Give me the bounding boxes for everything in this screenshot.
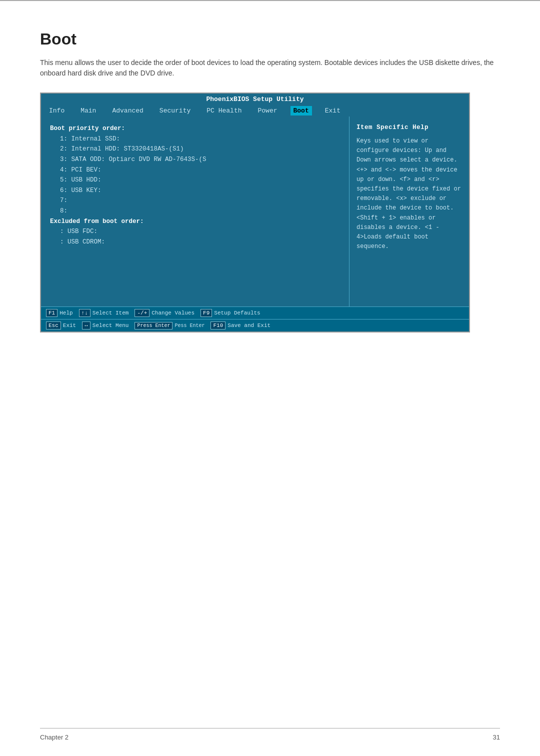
bios-navbar: Info Main Advanced Security PC Health Po… — [41, 105, 469, 116]
bios-footer: F1 Help ↑↓ Select Item -/+ Change Values… — [41, 306, 469, 319]
bios-main: Boot priority order: 1: Internal SSD: 2:… — [41, 116, 469, 306]
bios-container: PhoenixBIOS Setup Utility Info Main Adva… — [40, 92, 470, 332]
footer-change-values: -/+ Change Values — [134, 309, 194, 317]
boot-item-1: 1: Internal SSD: — [50, 134, 340, 144]
label-exit: Exit — [63, 322, 76, 328]
boot-item-4: 4: PCI BEV: — [50, 165, 340, 176]
footer-f10: F10 Save and Exit — [210, 322, 270, 330]
nav-advanced[interactable]: Advanced — [109, 106, 146, 116]
page-number: 31 — [493, 734, 500, 741]
key-arrows: ↑↓ — [79, 309, 90, 317]
label-setup-defaults: Setup Defaults — [214, 310, 260, 316]
footer-select-item: ↑↓ Select Item — [79, 309, 129, 317]
page-footer: Chapter 2 31 — [40, 728, 500, 741]
key-lr-arrow: ↔ — [82, 322, 90, 330]
footer-f1: F1 Help — [46, 309, 73, 317]
top-border — [0, 0, 540, 1]
label-save-exit: Save and Exit — [228, 322, 270, 328]
key-f10: F10 — [210, 322, 226, 330]
footer-press-enter: Press Enter Pess Enter — [134, 322, 204, 330]
nav-power[interactable]: Power — [255, 106, 280, 116]
label-help: Help — [60, 310, 72, 316]
label-select-menu: Select Menu — [92, 322, 129, 328]
page-content: Boot This menu allows the user to decide… — [0, 0, 540, 362]
key-plus-minus: -/+ — [134, 309, 150, 317]
nav-exit[interactable]: Exit — [322, 106, 344, 116]
label-change-values: Change Values — [152, 310, 194, 316]
boot-item-3: 3: SATA ODD: Optiarc DVD RW AD-7643S-(S — [50, 154, 340, 165]
page-title: Boot — [40, 30, 500, 48]
excluded-label: Excluded from boot order: — [50, 216, 340, 227]
excluded-item-fdc: : USB FDC: — [50, 226, 340, 237]
label-select-item: Select Item — [92, 310, 129, 316]
nav-boot[interactable]: Boot — [290, 106, 312, 116]
help-text: Keys used to view or configure devices: … — [356, 136, 462, 252]
key-press-enter: Press Enter — [134, 322, 172, 330]
key-f1: F1 — [46, 309, 58, 317]
bios-footer-row2: Esc Exit ↔ Select Menu Press Enter Pess … — [41, 319, 469, 332]
footer-select-menu: ↔ Select Menu — [82, 322, 128, 330]
footer-esc: Esc Exit — [46, 322, 76, 330]
nav-pchealth[interactable]: PC Health — [204, 106, 244, 116]
boot-item-6: 6: USB KEY: — [50, 186, 340, 196]
bios-left-panel: Boot priority order: 1: Internal SSD: 2:… — [41, 116, 349, 306]
bios-titlebar: PhoenixBIOS Setup Utility — [41, 94, 469, 105]
help-title: Item Specific Help — [356, 122, 462, 132]
footer-f9: F9 Setup Defaults — [200, 309, 260, 317]
boot-item-2: 2: Internal HDD: ST3320418AS-(S1) — [50, 144, 340, 154]
nav-main[interactable]: Main — [78, 106, 99, 116]
chapter-label: Chapter 2 — [40, 734, 68, 741]
excluded-item-cdrom: : USB CDROM: — [50, 237, 340, 248]
intro-text: This menu allows the user to decide the … — [40, 58, 500, 78]
boot-item-5: 5: USB HDD: — [50, 175, 340, 186]
bios-right-panel: Item Specific Help Keys used to view or … — [349, 116, 469, 306]
boot-item-8: 8: — [50, 206, 340, 216]
boot-item-7: 7: — [50, 196, 340, 206]
key-f9: F9 — [200, 309, 212, 317]
boot-priority-label: Boot priority order: — [50, 124, 340, 134]
key-esc: Esc — [46, 322, 61, 330]
label-pess-enter: Pess Enter — [174, 323, 204, 328]
nav-info[interactable]: Info — [46, 106, 68, 116]
nav-security[interactable]: Security — [156, 106, 194, 116]
